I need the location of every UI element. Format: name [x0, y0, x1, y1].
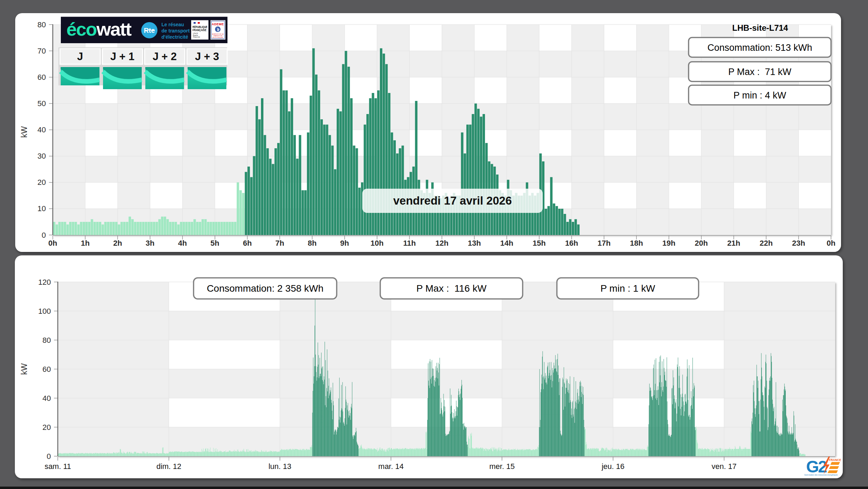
svg-text:Fraternité: Fraternité: [193, 36, 200, 38]
svg-text:Optimisation des ressources én: Optimisation des ressources énergétiques: [804, 474, 838, 476]
svg-text:70: 70: [37, 47, 46, 55]
svg-text:120: 120: [38, 278, 51, 286]
svg-text:40: 40: [43, 394, 51, 403]
svg-text:30: 30: [37, 152, 46, 160]
svg-text:ADEME: ADEME: [212, 22, 224, 26]
svg-text:21h: 21h: [727, 239, 740, 247]
svg-text:80: 80: [43, 336, 51, 345]
svg-text:P Max : 71 kW: P Max : 71 kW: [728, 67, 792, 77]
svg-text:10: 10: [37, 204, 46, 213]
svg-text:60: 60: [43, 365, 51, 374]
svg-text:5h: 5h: [211, 239, 220, 247]
svg-text:G2: G2: [806, 458, 827, 476]
svg-text:13h: 13h: [468, 239, 481, 247]
svg-text:0h: 0h: [48, 239, 57, 247]
svg-text:P Max : 116 kW: P Max : 116 kW: [417, 283, 487, 294]
svg-text:7h: 7h: [275, 239, 284, 247]
svg-text:50: 50: [37, 99, 46, 108]
svg-text:mer. 15: mer. 15: [489, 462, 515, 471]
svg-text:vendredi 17 avril 2026: vendredi 17 avril 2026: [393, 194, 512, 207]
svg-text:1h: 1h: [81, 239, 90, 247]
svg-text:FRANÇAISE: FRANÇAISE: [193, 28, 206, 32]
svg-text:mar. 14: mar. 14: [378, 462, 403, 471]
svg-text:10h: 10h: [371, 239, 384, 247]
svg-text:d'électricité: d'électricité: [161, 34, 188, 40]
svg-text:12h: 12h: [435, 239, 448, 247]
svg-text:kW: kW: [20, 126, 29, 138]
svg-text:40: 40: [37, 125, 46, 134]
svg-text:19h: 19h: [662, 239, 675, 247]
svg-text:Le réseau: Le réseau: [161, 22, 184, 27]
svg-text:sam. 11: sam. 11: [45, 462, 71, 471]
svg-text:0: 0: [47, 452, 51, 461]
svg-text:17h: 17h: [597, 239, 610, 247]
svg-text:écowatt: écowatt: [66, 19, 132, 39]
svg-text:kW: kW: [20, 363, 29, 375]
svg-text:22h: 22h: [759, 239, 773, 247]
svg-text:4h: 4h: [178, 239, 187, 247]
svg-text:ÉCOLOGIQUE: ÉCOLOGIQUE: [213, 37, 223, 38]
svg-text:20h: 20h: [695, 239, 708, 247]
svg-text:Liberté: Liberté: [193, 32, 198, 34]
svg-text:80: 80: [37, 20, 46, 29]
svg-text:60: 60: [37, 73, 46, 82]
svg-text:P min : 1 kW: P min : 1 kW: [600, 283, 655, 294]
svg-text:J + 2: J + 2: [152, 50, 177, 63]
svg-text:8h: 8h: [308, 239, 317, 247]
svg-text:P min : 4 kW: P min : 4 kW: [734, 90, 786, 101]
svg-text:20: 20: [37, 178, 46, 187]
svg-text:dim. 12: dim. 12: [156, 462, 181, 471]
svg-text:ven. 17: ven. 17: [712, 462, 737, 471]
svg-text:9h: 9h: [340, 239, 349, 247]
svg-text:0: 0: [41, 231, 46, 239]
svg-text:LHB-site-L714: LHB-site-L714: [732, 23, 788, 32]
svg-text:lun. 13: lun. 13: [269, 462, 291, 471]
svg-text:6h: 6h: [243, 239, 252, 247]
svg-text:18h: 18h: [630, 239, 643, 247]
svg-text:jeu. 16: jeu. 16: [601, 462, 624, 471]
svg-text:de transport: de transport: [161, 28, 190, 34]
svg-text:J + 3: J + 3: [195, 50, 219, 63]
svg-text:FRANCE: FRANCE: [829, 458, 841, 462]
svg-text:2h: 2h: [113, 239, 122, 247]
svg-text:20: 20: [43, 423, 51, 432]
svg-text:15h: 15h: [533, 239, 546, 247]
svg-text:Égalité: Égalité: [193, 34, 198, 36]
svg-text:Consommation: 2 358 kWh: Consommation: 2 358 kWh: [207, 283, 324, 294]
svg-text:23h: 23h: [792, 239, 805, 247]
svg-text:100: 100: [38, 307, 51, 316]
svg-text:11h: 11h: [403, 239, 416, 247]
svg-text:J: J: [77, 50, 83, 63]
svg-text:16h: 16h: [565, 239, 578, 247]
svg-text:Consommation: 513 kWh: Consommation: 513 kWh: [707, 43, 812, 53]
svg-text:0h: 0h: [827, 239, 836, 247]
svg-text:J + 1: J + 1: [110, 50, 134, 63]
svg-text:3h: 3h: [146, 239, 155, 247]
svg-text:14h: 14h: [500, 239, 513, 247]
